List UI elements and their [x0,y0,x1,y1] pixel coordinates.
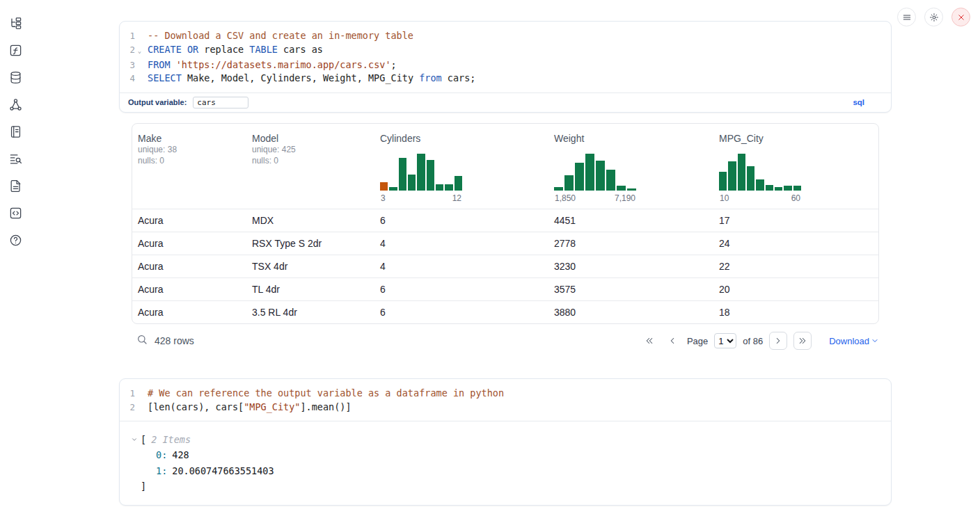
file-tree-icon [9,17,22,30]
item-index: 0: [156,449,167,460]
close-icon [956,13,966,22]
histogram-max: 7,190 [615,193,635,203]
output-list-entries: 0:4281:20.060747663551403 [131,447,880,478]
histogram-bar [596,161,605,190]
download-button[interactable]: Download [829,336,879,346]
histogram-bar [455,176,462,190]
app-root: 1-- Download a CSV and create an in-memo… [0,0,980,507]
table-row[interactable]: AcuraTL 4dr6357520 [132,277,878,300]
table-footer: 428 rows Page 1 of 86 Download [132,324,879,359]
table-cell: TL 4dr [246,277,374,300]
line-number: 4 [120,72,135,86]
next-page-button[interactable] [769,332,787,350]
bracket-open: [ [141,432,146,447]
table-cell: 24 [713,232,878,255]
notebook-icon [9,125,22,138]
table-cell: 3.5 RL 4dr [246,300,374,323]
prev-page-button[interactable] [664,332,681,349]
histogram-bar [738,154,745,191]
table-header-row: Makeunique: 38nulls: 0Modelunique: 425nu… [132,124,878,209]
output-list-item: 0:428 [131,447,880,463]
page-select[interactable]: 1 [714,333,736,348]
code-text: CREATE OR replace TABLE cars as [144,43,323,58]
code-line: 1-- Download a CSV and create an in-memo… [120,29,891,43]
histogram-bar [389,187,397,191]
row-count: 428 rows [155,335,194,346]
sidebar-item-datasources[interactable] [6,68,25,86]
histogram-range: 1,8507,190 [554,193,636,203]
histogram-bar [585,154,594,191]
histogram-bar [747,166,754,190]
sql-editor[interactable]: 1-- Download a CSV and create an in-memo… [120,22,891,92]
dependency-graph-icon [9,98,22,111]
table-cell: RSX Type S 2dr [246,232,374,255]
histogram-min: 10 [720,193,729,203]
output-list-item: 1:20.060747663551403 [131,463,880,479]
page-total-label: of 86 [743,336,763,346]
table-row[interactable]: Acura3.5 RL 4dr6388018 [132,300,878,323]
output-variable-input[interactable] [193,97,248,108]
column-header-model[interactable]: Modelunique: 425nulls: 0 [246,124,374,209]
sql-cell-footer: Output variable: sql [120,92,891,112]
search-icon[interactable] [136,334,148,348]
sidebar-item-snippets[interactable] [6,204,25,222]
histogram-bar [775,187,782,190]
notebook-area: 1-- Download a CSV and create an in-memo… [31,0,980,507]
first-page-button[interactable] [641,332,658,349]
output-variable-label: Output variable: [128,98,187,106]
column-histogram: 1060 [719,153,801,203]
histogram-bar [756,179,764,191]
code-line: 2⌄CREATE OR replace TABLE cars as [120,43,891,58]
column-name: Model [252,133,369,144]
output-list-header: [ 2 Items [131,432,880,447]
histogram-bar [427,160,434,191]
menu-button[interactable] [897,8,916,26]
python-editor[interactable]: 1# We can reference the output variable … [120,379,891,421]
fold-icon[interactable]: ⌄ [135,43,144,58]
sidebar-item-files[interactable] [6,14,25,32]
sidebar-item-documentation[interactable] [6,177,25,195]
histogram-bars [554,153,636,191]
table-cell: Acura [132,255,246,277]
table-cell: 4451 [548,209,713,232]
function-icon [9,44,22,57]
sidebar-item-scratchpad[interactable] [6,122,25,140]
table-cell: 6 [374,209,548,232]
histogram-bar [617,186,626,190]
line-number: 1 [120,387,135,401]
table-row[interactable]: AcuraTSX 4dr4323022 [132,255,878,277]
code-line: 4SELECT Make, Model, Cylinders, Weight, … [120,72,891,86]
close-button[interactable] [951,8,970,26]
sidebar-item-variables[interactable] [6,41,25,59]
sidebar-item-logs[interactable] [6,150,25,168]
column-header-make[interactable]: Makeunique: 38nulls: 0 [132,124,246,209]
column-header-mpg_city[interactable]: MPG_City1060 [713,124,878,209]
column-header-weight[interactable]: Weight1,8507,190 [548,124,713,209]
page-label: Page [687,336,708,346]
sidebar-item-dependencies[interactable] [6,95,25,113]
gear-icon [929,13,939,22]
histogram-bar [399,158,406,190]
column-summary: unique: 425 [252,144,369,155]
table-cell: Acura [132,209,246,232]
table-cell: 3880 [548,300,713,323]
table-row[interactable]: AcuraRSX Type S 2dr4277824 [132,232,878,255]
column-histogram: 1,8507,190 [554,153,636,203]
settings-button[interactable] [924,8,943,26]
histogram-bars [719,153,801,191]
collapse-icon[interactable] [131,436,141,443]
last-page-button[interactable] [793,332,812,350]
sql-cell: 1-- Download a CSV and create an in-memo… [119,21,892,113]
table-row[interactable]: AcuraMDX6445117 [132,209,878,232]
notebook-column: 1-- Download a CSV and create an in-memo… [119,21,892,506]
language-badge: sql [853,98,864,106]
histogram-min: 1,850 [555,193,576,203]
histogram-min: 3 [381,193,386,203]
document-icon [9,179,22,193]
fold-gutter [135,58,144,72]
column-name: MPG_City [719,133,873,144]
sidebar-item-help[interactable] [6,231,25,249]
table-footer-left: 428 rows [132,334,194,348]
column-header-cylinders[interactable]: Cylinders312 [374,124,548,209]
histogram-range: 312 [380,193,462,203]
